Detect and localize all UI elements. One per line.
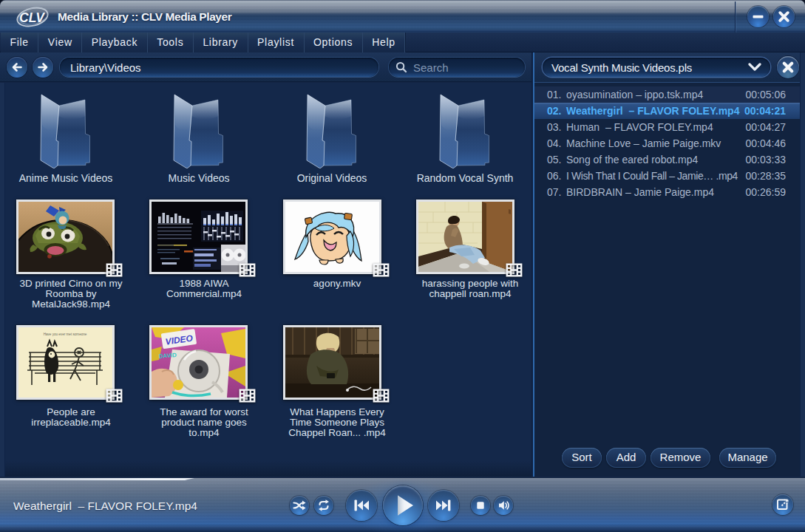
svg-text:Have you ever met someone: Have you ever met someone [44, 332, 87, 336]
svg-text:CLV: CLV [19, 10, 45, 25]
